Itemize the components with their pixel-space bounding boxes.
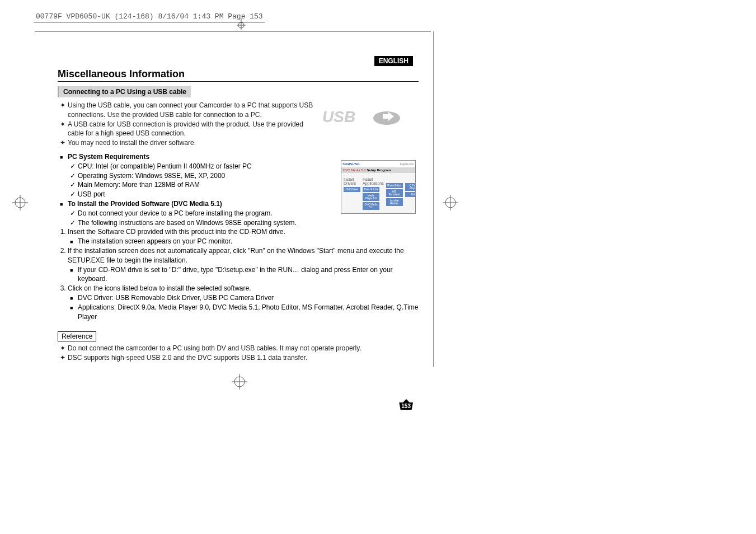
- bullet-text: You may need to install the driver softw…: [68, 139, 196, 147]
- reference-bullets: ✦Do not connect the camcorder to a PC us…: [58, 344, 419, 363]
- setup-title-prefix: DVC Media 5.1: [343, 168, 366, 172]
- crop-mark-icon: [443, 195, 458, 210]
- req-item: CPU: Intel (or compatible) Pentium II 40…: [78, 162, 252, 170]
- directx-button[interactable]: DirectX 9.0a: [363, 187, 379, 192]
- setup-program-screenshot: SAMSUNG Digital-cam DVC Media 5.1 Setup …: [341, 160, 416, 214]
- ref-text: Do not connect the camcorder to a PC usi…: [68, 344, 361, 352]
- check-icon: ✓: [70, 209, 76, 218]
- page-title: Miscellaneous Information: [58, 68, 419, 80]
- req-item: USB port: [78, 190, 105, 198]
- dvc-driver-button[interactable]: DVC Driver: [344, 187, 360, 192]
- square-icon: ■: [70, 267, 73, 274]
- acrobat-button[interactable]: Acrobat Reader: [386, 198, 403, 206]
- square-icon: ■: [60, 154, 63, 161]
- square-icon: ■: [60, 201, 63, 208]
- digital-cam-label: Digital-cam: [400, 162, 414, 166]
- plus-icon: ✦: [60, 120, 65, 129]
- step-text: If the installation screen does not auto…: [68, 247, 404, 264]
- install-steps: Insert the Software CD provided with thi…: [58, 227, 419, 321]
- ref-text: DSC supports high-speed USB 2.0 and the …: [68, 354, 307, 362]
- check-icon: ✓: [70, 162, 76, 171]
- check-icon: ✓: [70, 171, 76, 181]
- plus-icon: ✦: [60, 101, 65, 110]
- bullet-text: Using the USB cable, you can connect you…: [68, 101, 313, 119]
- subheading: Connecting to a PC Using a USB cable: [58, 86, 191, 97]
- step-sub: The installation screen appears on your …: [78, 237, 232, 245]
- q-time-button[interactable]: Q.Time Player: [405, 183, 416, 191]
- crop-mark-icon: [232, 374, 247, 390]
- photo-editor-button[interactable]: Photo Editor: [386, 183, 403, 188]
- crop-mark-icon: [236, 18, 247, 30]
- dvc-media-button[interactable]: DVC Media 5.1: [363, 202, 379, 210]
- square-icon: ■: [70, 238, 73, 246]
- req-item: Main Memory: More than 128MB of RAM: [78, 181, 200, 189]
- step-text: Insert the Software CD provided with thi…: [68, 228, 285, 236]
- step-sub: DVC Driver: USB Removable Disk Driver, U…: [78, 294, 274, 302]
- install-check: The following instructions are based on …: [78, 219, 297, 227]
- ms-formatter-button[interactable]: MS Formatter: [386, 189, 403, 197]
- plus-icon: ✦: [60, 344, 65, 353]
- square-icon: ■: [70, 295, 73, 302]
- setup-footer: PC Camera Copyright © 2004 Samsung Elect…: [341, 212, 415, 214]
- install-apps-label: Install Applications: [363, 177, 384, 185]
- language-badge: ENGLISH: [374, 56, 413, 66]
- page-content: ENGLISH Miscellaneous Information Connec…: [58, 56, 419, 367]
- pc-requirements-heading: PC System Requirements: [68, 153, 149, 161]
- step-sub: Applications: DirectX 9.0a, Media Player…: [78, 303, 419, 321]
- step-sub: If your CD-ROM drive is set to "D:" driv…: [78, 266, 393, 283]
- check-icon: ✓: [70, 218, 76, 228]
- reference-box: Reference: [58, 331, 96, 341]
- svg-text:USB: USB: [322, 108, 355, 125]
- frame-border-top: [35, 31, 431, 32]
- page-number-value: 153: [399, 402, 413, 410]
- page-number: 153: [399, 399, 413, 410]
- exit-button[interactable]: Exit: [405, 192, 416, 197]
- media-player-button[interactable]: Media Player 9.0: [363, 193, 379, 201]
- install-heading: To Install the Provided Software (DVC Me…: [68, 200, 222, 208]
- step-text: Click on the icons listed below to insta…: [68, 284, 251, 292]
- usb-logo-icon: USB: [322, 104, 406, 132]
- plus-icon: ✦: [60, 353, 65, 363]
- frame-border-right: [433, 31, 434, 367]
- req-item: Operating System: Windows 98SE, ME, XP, …: [78, 172, 225, 180]
- plus-icon: ✦: [60, 138, 65, 148]
- check-icon: ✓: [70, 190, 76, 199]
- check-icon: ✓: [70, 180, 76, 190]
- crop-mark-icon: [12, 195, 28, 210]
- bullet-text: A USB cable for USB connection is provid…: [68, 120, 303, 138]
- install-check: Do not connect your device to a PC befor…: [78, 209, 273, 217]
- setup-title-suffix: Setup Program: [367, 168, 391, 172]
- install-drivers-label: Install Drivers: [344, 177, 360, 185]
- square-icon: ■: [70, 305, 73, 312]
- print-header: 00779F VPD6050-UK (124-168) 8/16/04 1:43…: [34, 11, 265, 22]
- title-rule: [58, 81, 419, 82]
- samsung-logo: SAMSUNG: [342, 162, 360, 166]
